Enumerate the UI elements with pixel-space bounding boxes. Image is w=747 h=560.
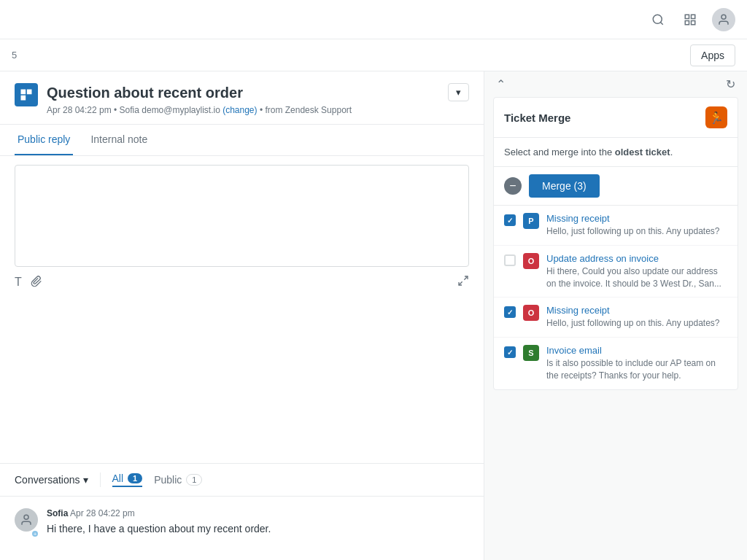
search-icon[interactable] (648, 9, 668, 30)
right-panel-controls: ⌃ ↻ (484, 71, 747, 97)
svg-rect-4 (685, 20, 689, 24)
svg-rect-5 (692, 20, 695, 24)
public-badge: 1 (186, 474, 202, 486)
top-nav (0, 0, 747, 39)
left-panel: Question about recent order Apr 28 04:22… (0, 71, 484, 560)
message-item: + Sofia Apr 28 04:22 pm Hi there, I have… (15, 508, 469, 537)
ticket-checkbox-3[interactable] (504, 306, 516, 318)
ticket-item: O Update address on invoice Hi there, Co… (494, 246, 738, 298)
ticket-avatar-4: S (523, 345, 539, 361)
expand-icon[interactable] (457, 275, 469, 289)
change-link[interactable]: (change) (222, 105, 257, 115)
ticket-content-3: Missing receipt Hello, just following up… (546, 305, 727, 330)
ticket-preview-2: Hi there, Could you also update our addr… (546, 265, 727, 290)
collapse-button[interactable]: ⌃ (496, 77, 506, 91)
ticket-preview-3: Hello, just following up on this. Any up… (546, 317, 727, 330)
text-format-icon[interactable]: T (15, 276, 22, 289)
ticket-checkbox-2[interactable] (504, 254, 516, 266)
ticket-item: O Missing receipt Hello, just following … (494, 298, 738, 338)
tab-number: 5 (12, 50, 17, 61)
merge-actions: − Merge (3) (494, 167, 738, 206)
tab-internal-note[interactable]: Internal note (88, 125, 150, 155)
right-panel: ⌃ ↻ Ticket Merge 🏃 Select and merge into… (484, 71, 747, 560)
ticket-title-3[interactable]: Missing receipt (546, 305, 727, 316)
attach-icon[interactable] (31, 276, 42, 289)
widget-icon: 🏃 (705, 106, 727, 128)
conversations-header: Conversations ▾ All 1 Public 1 (0, 464, 484, 497)
merge-description: Select and merge into the oldest ticket. (494, 138, 738, 167)
tab-all[interactable]: All 1 (112, 472, 143, 487)
ticket-title: Question about recent order (47, 83, 352, 102)
svg-point-0 (653, 15, 662, 23)
svg-line-8 (459, 281, 462, 285)
ticket-meta: Apr 28 04:22 pm • Sofia demo@myplaylist.… (47, 105, 352, 115)
user-avatar[interactable] (712, 8, 735, 31)
svg-point-9 (24, 515, 28, 519)
ticket-title-2[interactable]: Update address on invoice (546, 253, 727, 264)
ticket-preview-4: Is it also possible to include our AP te… (546, 357, 727, 382)
reply-tabs: Public reply Internal note (0, 125, 484, 156)
ticket-content-1: Missing receipt Hello, just following up… (546, 213, 727, 238)
reply-toolbar: T (15, 269, 469, 289)
apps-button[interactable]: Apps (690, 44, 735, 66)
merge-button[interactable]: Merge (3) (529, 174, 600, 198)
svg-line-7 (464, 276, 468, 280)
svg-rect-2 (685, 15, 689, 18)
ticket-dropdown-button[interactable]: ▾ (448, 83, 469, 101)
reply-area: T (0, 156, 484, 464)
ticket-logo (15, 83, 38, 106)
tab-public-reply[interactable]: Public reply (15, 125, 73, 155)
minus-button[interactable]: − (504, 177, 522, 195)
ticket-preview-1: Hello, just following up on this. Any up… (546, 225, 727, 238)
svg-rect-3 (692, 15, 695, 18)
svg-line-1 (660, 22, 662, 24)
message-content: Sofia Apr 28 04:22 pm Hi there, I have a… (47, 508, 271, 537)
widget-title: Ticket Merge (504, 112, 570, 124)
ticket-title-4[interactable]: Invoice email (546, 345, 727, 356)
ticket-content-2: Update address on invoice Hi there, Coul… (546, 253, 727, 290)
ticket-avatar-2: O (523, 253, 539, 269)
grid-icon[interactable] (680, 9, 700, 30)
tab-public[interactable]: Public 1 (154, 474, 202, 486)
message-avatar-badge: + (31, 529, 39, 538)
main-layout: Question about recent order Apr 28 04:22… (0, 71, 747, 560)
ticket-avatar-1: P (523, 213, 539, 229)
ticket-header: Question about recent order Apr 28 04:22… (0, 71, 484, 125)
ticket-avatar-3: O (523, 305, 539, 321)
refresh-button[interactable]: ↻ (726, 77, 735, 91)
message-list: + Sofia Apr 28 04:22 pm Hi there, I have… (0, 497, 484, 560)
ticket-title-1[interactable]: Missing receipt (546, 213, 727, 224)
ticket-merge-widget: Ticket Merge 🏃 Select and merge into the… (493, 97, 738, 390)
ticket-content-4: Invoice email Is it also possible to inc… (546, 345, 727, 382)
ticket-items-list: P Missing receipt Hello, just following … (494, 206, 738, 389)
message-meta: Sofia Apr 28 04:22 pm (47, 508, 271, 518)
ticket-checkbox-1[interactable] (504, 214, 516, 226)
all-badge: 1 (128, 473, 142, 483)
conversations-divider (100, 472, 101, 487)
widget-header: Ticket Merge 🏃 (494, 98, 738, 138)
ticket-checkbox-4[interactable] (504, 346, 516, 358)
message-avatar (15, 508, 38, 532)
message-text: Hi there, I have a question about my rec… (47, 521, 271, 537)
sub-nav: 5 Apps (0, 39, 747, 71)
svg-point-6 (721, 15, 726, 19)
ticket-item: S Invoice email Is it also possible to i… (494, 338, 738, 389)
reply-textarea[interactable] (15, 165, 469, 267)
ticket-item: P Missing receipt Hello, just following … (494, 206, 738, 246)
conversations-label[interactable]: Conversations ▾ (15, 474, 88, 486)
